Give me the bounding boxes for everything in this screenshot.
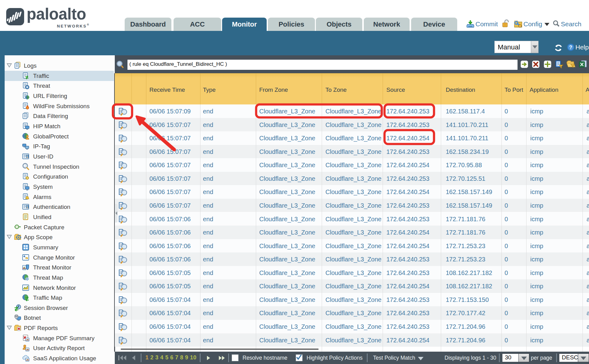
svg-text:?: ?	[569, 45, 572, 50]
